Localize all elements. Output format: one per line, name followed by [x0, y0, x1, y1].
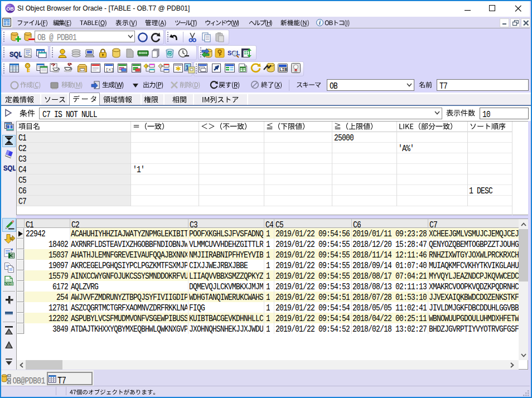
svg-text:i: i — [319, 20, 321, 26]
svg-text:LIB: LIB — [279, 67, 287, 72]
svg-text:OB: OB — [6, 6, 14, 12]
svg-text:[x]: [x] — [106, 67, 114, 72]
svg-text:CSV: CSV — [5, 282, 12, 285]
svg-text:SQL: SQL — [9, 50, 22, 59]
svg-text:SQL: SQL — [3, 164, 16, 172]
